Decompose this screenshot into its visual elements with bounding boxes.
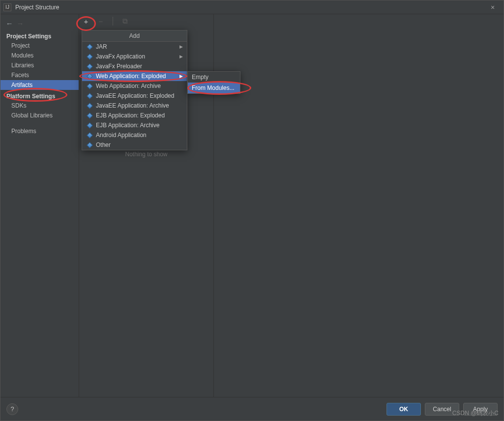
add-menu-item[interactable]: JavaEE Application: Archive — [82, 101, 187, 111]
add-menu-item[interactable]: JavaEE Application: Exploded — [82, 91, 187, 101]
menu-item-label: Web Application: Archive — [96, 83, 161, 89]
empty-list-label: Nothing to show — [79, 151, 213, 158]
menu-item-label: From Modules... — [192, 84, 235, 91]
add-menu-title: Add — [82, 30, 187, 42]
sidebar-item-artifacts[interactable]: Artifacts — [0, 80, 79, 90]
artifact-type-icon — [86, 122, 93, 129]
list-toolbar: + − ⧉ — [79, 14, 213, 28]
close-icon[interactable]: × — [485, 3, 501, 11]
artifact-type-icon — [86, 63, 93, 70]
add-menu-item[interactable]: JavaFx Preloader — [82, 61, 187, 71]
app-icon: IJ — [3, 3, 11, 11]
help-button[interactable]: ? — [6, 403, 18, 415]
artifact-type-icon — [86, 112, 93, 119]
add-artifact-menu: Add JAR▶JavaFx Application▶JavaFx Preloa… — [82, 30, 187, 150]
submenu-arrow-icon: ▶ — [179, 74, 183, 79]
artifact-type-icon — [86, 53, 93, 60]
add-button[interactable]: + — [82, 17, 90, 25]
menu-item-label: JavaEE Application: Exploded — [96, 92, 174, 99]
menu-item-label: JavaEE Application: Archive — [96, 102, 169, 109]
dialog-button-bar: ? OK Cancel Apply — [0, 397, 504, 421]
menu-item-label: EJB Application: Exploded — [96, 112, 165, 119]
sidebar-item-libraries[interactable]: Libraries — [0, 60, 79, 70]
artifact-type-icon — [86, 43, 93, 50]
submenu-item[interactable]: From Modules... — [188, 83, 240, 93]
artifact-type-icon — [86, 141, 93, 148]
menu-item-label: Web Application: Exploded — [96, 73, 166, 80]
artifact-type-icon — [86, 132, 93, 139]
copy-icon: ⧉ — [121, 17, 129, 25]
web-app-exploded-submenu: EmptyFrom Modules... — [187, 71, 240, 94]
detail-panel — [214, 14, 504, 397]
submenu-arrow-icon: ▶ — [179, 54, 183, 59]
watermark: CSDN @码农小C — [452, 409, 499, 418]
add-menu-item[interactable]: Other — [82, 140, 187, 150]
artifact-type-icon — [86, 73, 93, 80]
artifact-type-icon — [86, 83, 93, 89]
add-menu-item[interactable]: Web Application: Archive — [82, 81, 187, 91]
section-platform-settings: Platform Settings — [0, 90, 79, 101]
window-title: Project Structure — [15, 4, 485, 11]
menu-item-label: EJB Application: Archive — [96, 122, 159, 129]
add-menu-item[interactable]: Android Application — [82, 130, 187, 140]
toolbar-separator — [113, 17, 113, 26]
sidebar-item-facets[interactable]: Facets — [0, 70, 79, 80]
add-menu-item[interactable]: EJB Application: Exploded — [82, 111, 187, 120]
add-menu-item[interactable]: JavaFx Application▶ — [82, 52, 187, 61]
menu-item-label: Other — [96, 141, 111, 148]
menu-item-label: JavaFx Preloader — [96, 63, 142, 70]
menu-item-label: JavaFx Application — [96, 53, 145, 60]
project-structure-dialog: IJ Project Structure × ← → Project Setti… — [0, 0, 504, 421]
nav-forward-icon: → — [16, 19, 24, 28]
menu-item-label: JAR — [96, 43, 107, 50]
submenu-arrow-icon: ▶ — [179, 44, 183, 49]
add-menu-item[interactable]: EJB Application: Archive — [82, 120, 187, 130]
artifact-type-icon — [86, 92, 93, 99]
sidebar: ← → Project Settings Project Modules Lib… — [0, 14, 79, 397]
remove-button: − — [97, 17, 105, 25]
ok-button[interactable]: OK — [386, 403, 421, 416]
add-menu-item[interactable]: Web Application: Exploded▶ — [82, 71, 187, 81]
titlebar: IJ Project Structure × — [0, 0, 504, 14]
section-project-settings: Project Settings — [0, 30, 79, 41]
sidebar-item-project[interactable]: Project — [0, 41, 79, 51]
menu-item-label: Empty — [192, 74, 208, 81]
nav-back-icon[interactable]: ← — [5, 19, 13, 28]
sidebar-item-global-libraries[interactable]: Global Libraries — [0, 111, 79, 120]
sidebar-item-modules[interactable]: Modules — [0, 51, 79, 60]
submenu-item[interactable]: Empty — [188, 72, 240, 83]
add-menu-item[interactable]: JAR▶ — [82, 42, 187, 52]
menu-item-label: Android Application — [96, 132, 147, 139]
sidebar-item-problems[interactable]: Problems — [0, 126, 79, 136]
artifact-type-icon — [86, 102, 93, 109]
sidebar-item-sdks[interactable]: SDKs — [0, 101, 79, 111]
